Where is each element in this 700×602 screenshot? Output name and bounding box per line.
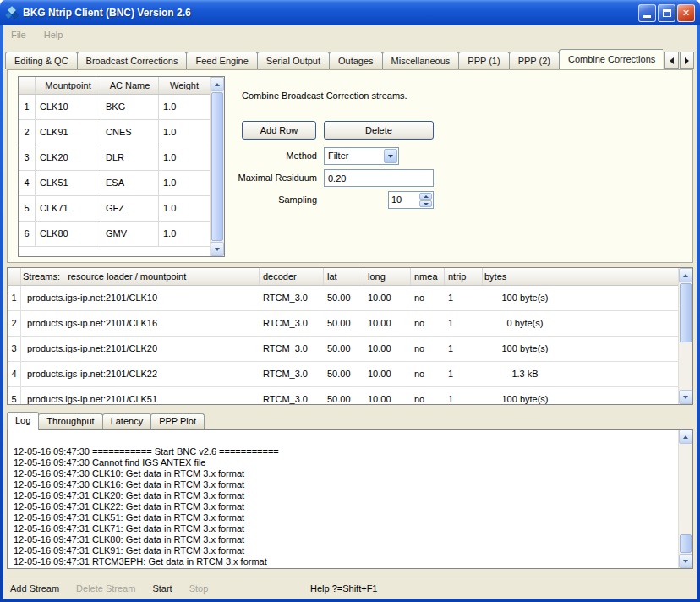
combine-table-row: 1CLK10BKG1.0 (19, 95, 224, 120)
streams-scrollbar[interactable] (678, 268, 692, 404)
title-bar[interactable]: BKG Ntrip Client (BNC) Version 2.6 ✕ (0, 0, 700, 25)
col-header-mountpoint[interactable]: Mountpoint (36, 77, 101, 94)
up-arrow-icon (683, 435, 688, 439)
sampling-spinbox[interactable]: 10 sec (388, 191, 434, 209)
down-arrow-icon (424, 203, 429, 205)
cell-weight[interactable]: 1.0 (159, 120, 210, 145)
close-button[interactable]: ✕ (677, 4, 695, 22)
maximize-button[interactable] (658, 4, 675, 22)
scroll-thumb[interactable] (680, 283, 692, 342)
spin-buttons (419, 193, 432, 207)
col-header-decoder[interactable]: decoder (260, 268, 324, 285)
stream-row[interactable]: 5products.igs-ip.net:2101/CLK51RTCM_3.05… (8, 387, 692, 405)
tab-log[interactable]: Log (7, 412, 39, 430)
cell-mountpoint[interactable]: CLK80 (36, 222, 101, 247)
tab-miscellaneous[interactable]: Miscellaneous (382, 52, 460, 69)
col-header-ac-name[interactable]: AC Name (101, 77, 159, 94)
stream-row[interactable]: 4products.igs-ip.net:2101/CLK22RTCM_3.05… (8, 362, 692, 387)
minimize-icon (643, 15, 651, 18)
action-start[interactable]: Start (152, 583, 172, 594)
minimize-button[interactable] (638, 4, 656, 22)
tab-scroll-right-button[interactable] (680, 52, 694, 69)
combine-table-scrollbar[interactable] (210, 77, 224, 256)
stream-row[interactable]: 2products.igs-ip.net:2101/CLK16RTCM_3.05… (8, 311, 692, 337)
scroll-thumb[interactable] (680, 534, 692, 553)
cell-lat: 50.00 (324, 286, 364, 310)
menu-file[interactable]: File (11, 30, 26, 40)
cell-ac-name[interactable]: CNES (101, 120, 159, 145)
cell-ac-name[interactable]: BKG (101, 95, 159, 120)
scroll-thumb[interactable] (211, 92, 223, 241)
scroll-up-button[interactable] (211, 77, 224, 91)
spin-down-button[interactable] (419, 200, 432, 207)
stream-row[interactable]: 1products.igs-ip.net:2101/CLK10RTCM_3.05… (8, 286, 692, 311)
spin-up-button[interactable] (419, 193, 432, 200)
tab-outages[interactable]: Outages (329, 52, 383, 69)
dropdown-button[interactable] (384, 149, 397, 163)
cell-decoder: RTCM_3.0 (260, 337, 324, 361)
action-add-stream[interactable]: Add Stream (10, 583, 59, 594)
cell-mountpoint[interactable]: CLK10 (36, 95, 101, 120)
cell-ac-name[interactable]: GFZ (101, 196, 159, 222)
cell-long: 10.00 (364, 362, 411, 386)
tab-broadcast-corrections[interactable]: Broadcast Corrections (77, 52, 188, 69)
menu-help[interactable]: Help (44, 30, 63, 40)
streams-table-body: 1products.igs-ip.net:2101/CLK10RTCM_3.05… (8, 286, 692, 405)
cell-ac-name[interactable]: GMV (101, 222, 159, 247)
scroll-up-button[interactable] (679, 430, 692, 444)
tab-ppp-2[interactable]: PPP (2) (509, 52, 560, 69)
cell-lat: 50.00 (324, 362, 364, 386)
tab-serial-output[interactable]: Serial Output (257, 52, 330, 69)
cell-ac-name[interactable]: ESA (101, 171, 159, 196)
cell-weight[interactable]: 1.0 (159, 222, 210, 247)
cell-nmea: no (411, 311, 445, 336)
scroll-up-button[interactable] (679, 268, 692, 282)
app-window: BKG Ntrip Client (BNC) Version 2.6 ✕ Fil… (0, 0, 700, 602)
cell-mountpoint[interactable]: CLK51 (36, 171, 101, 196)
action-stop: Stop (189, 583, 209, 594)
method-select[interactable]: Filter (324, 147, 399, 165)
col-header-lat[interactable]: lat (324, 268, 364, 285)
col-header-streams[interactable]: Streams: resource loader / mountpoint (21, 268, 260, 285)
cell-mountpoint: products.igs-ip.net:2101/CLK51 (21, 387, 260, 405)
app-icon (5, 6, 19, 19)
cell-ntrip: 1 (445, 337, 483, 361)
tab-combine-corrections[interactable]: Combine Corrections (559, 49, 663, 69)
col-header-long[interactable]: long (364, 268, 411, 285)
tab-ppp-1[interactable]: PPP (1) (458, 52, 509, 69)
cell-mountpoint[interactable]: CLK71 (36, 196, 101, 222)
cell-decoder: RTCM_3.0 (260, 387, 324, 405)
delete-button[interactable]: Delete (324, 121, 434, 140)
add-row-button[interactable]: Add Row (242, 121, 316, 140)
status-bar: Add StreamDelete StreamStartStop Help ?=… (3, 577, 697, 599)
scroll-down-button[interactable] (679, 390, 692, 404)
cell-mountpoint: products.igs-ip.net:2101/CLK22 (21, 362, 260, 386)
tab-latency[interactable]: Latency (102, 413, 152, 429)
tab-editing-qc[interactable]: Editing & QC (5, 52, 78, 69)
maximal-residuum-input[interactable] (324, 169, 434, 187)
cell-nmea: no (411, 337, 445, 361)
log-line: 12-05-16 09:47:31 CLK80: Get data in RTC… (14, 534, 675, 545)
tab-scroll-left-button[interactable] (664, 52, 679, 69)
log-scrollbar[interactable] (678, 430, 692, 568)
stream-row[interactable]: 3products.igs-ip.net:2101/CLK20RTCM_3.05… (8, 337, 692, 362)
cell-mountpoint[interactable]: CLK91 (36, 120, 101, 145)
scroll-down-button[interactable] (211, 242, 224, 256)
col-header-nmea[interactable]: nmea (411, 268, 445, 285)
cell-mountpoint[interactable]: CLK20 (36, 145, 101, 171)
chevron-down-icon (388, 155, 393, 158)
cell-weight[interactable]: 1.0 (159, 95, 210, 120)
tab-ppp-plot[interactable]: PPP Plot (150, 413, 205, 429)
right-arrow-icon (685, 57, 689, 64)
col-header-ntrip[interactable]: ntrip (445, 268, 483, 285)
tab-feed-engine[interactable]: Feed Engine (186, 52, 257, 69)
up-arrow-icon (424, 195, 429, 198)
cell-ac-name[interactable]: DLR (101, 145, 159, 171)
col-header-bytes[interactable]: bytes (483, 268, 692, 285)
cell-ntrip: 1 (445, 362, 483, 386)
scroll-down-button[interactable] (679, 554, 692, 568)
tab-throughput[interactable]: Throughput (38, 413, 102, 429)
col-header-weight[interactable]: Weight (159, 77, 210, 94)
sampling-label: Sampling (160, 191, 317, 209)
cell-lat: 50.00 (324, 337, 364, 361)
